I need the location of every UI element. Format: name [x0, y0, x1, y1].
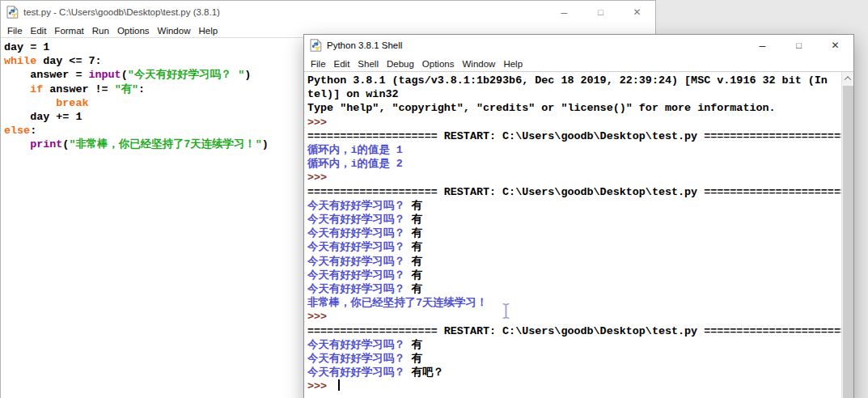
shell-line: 非常棒，你已经坚持了7天连续学习！: [307, 296, 841, 310]
menu-item-shell[interactable]: Shell: [354, 59, 383, 69]
shell-line: >>>: [307, 171, 841, 184]
menu-item-debug[interactable]: Debug: [383, 59, 418, 69]
close-button[interactable]: ✕: [619, 1, 655, 23]
scroll-up-button[interactable]: [842, 72, 853, 85]
menu-item-window[interactable]: Window: [154, 26, 195, 36]
shell-line: 今天有好好学习吗？ 有: [307, 227, 841, 240]
minimize-button[interactable]: –: [744, 35, 781, 56]
chevron-up-icon: [845, 76, 851, 83]
shell-line: ==================== RESTART: C:\Users\g…: [307, 324, 841, 338]
shell-line: ==================== RESTART: C:\Users\g…: [307, 129, 841, 143]
shell-line: >>>: [307, 310, 841, 324]
menu-item-help[interactable]: Help: [499, 59, 527, 69]
desktop-background: test.py - C:\Users\goodb\Desktop\test.py…: [0, 0, 868, 398]
shell-line: 今天有好好学习吗？ 有: [307, 338, 841, 352]
shell-line: 今天有好好学习吗？ 有吧？: [307, 366, 841, 379]
shell-line: tel)] on win32: [307, 87, 841, 101]
shell-line: 循环内，i的值是 1: [307, 143, 841, 157]
scrollbar-thumb[interactable]: [843, 86, 853, 398]
menu-item-format[interactable]: Format: [50, 26, 87, 36]
shell-line: >>>: [307, 379, 841, 393]
menu-item-options[interactable]: Options: [418, 59, 459, 69]
shell-line: 今天有好好学习吗？ 有: [307, 282, 841, 296]
idle-file-icon: [310, 39, 322, 52]
shell-window-title: Python 3.8.1 Shell: [327, 40, 402, 50]
menu-item-window[interactable]: Window: [458, 59, 499, 69]
minimize-button[interactable]: –: [546, 1, 582, 23]
menu-item-edit[interactable]: Edit: [330, 59, 354, 69]
shell-titlebar[interactable]: Python 3.8.1 Shell – □ ✕: [304, 35, 853, 56]
close-button[interactable]: ✕: [817, 35, 853, 56]
shell-line: Python 3.8.1 (tags/v3.8.1:1b293b6, Dec 1…: [307, 74, 841, 87]
menu-item-help[interactable]: Help: [194, 26, 222, 36]
shell-line: 今天有好好学习吗？ 有: [307, 255, 841, 269]
menu-item-options[interactable]: Options: [113, 26, 154, 36]
maximize-button[interactable]: □: [582, 1, 619, 23]
editor-window-title: test.py - C:\Users\goodb\Desktop\test.py…: [23, 7, 220, 17]
menu-item-file[interactable]: File: [3, 26, 27, 36]
mouse-cursor-ibeam: [499, 302, 513, 324]
shell-scrollbar[interactable]: [841, 72, 853, 398]
editor-titlebar[interactable]: test.py - C:\Users\goodb\Desktop\test.py…: [1, 1, 655, 23]
maximize-button[interactable]: □: [781, 35, 817, 56]
shell-line: 今天有好好学习吗？ 有: [307, 269, 841, 282]
shell-text-area[interactable]: Python 3.8.1 (tags/v3.8.1:1b293b6, Dec 1…: [304, 72, 853, 398]
shell-line: >>>: [307, 116, 841, 129]
shell-line: 今天有好好学习吗？ 有: [307, 213, 841, 227]
shell-line: 循环内，i的值是 2: [307, 157, 841, 171]
menu-item-file[interactable]: File: [307, 59, 330, 69]
shell-menubar: FileEditShellDebugOptionsWindowHelp: [304, 56, 853, 72]
idle-file-icon: [6, 6, 19, 19]
shell-line: 今天有好好学习吗？ 有: [307, 199, 841, 213]
shell-line: ==================== RESTART: C:\Users\g…: [307, 185, 841, 199]
text-caret: [338, 379, 340, 391]
shell-window: Python 3.8.1 Shell – □ ✕ FileEditShellDe…: [303, 34, 854, 398]
menu-item-run[interactable]: Run: [88, 26, 113, 36]
menu-item-edit[interactable]: Edit: [27, 26, 51, 36]
shell-line: 今天有好好学习吗？ 有: [307, 240, 841, 254]
shell-line: Type "help", "copyright", "credits" or "…: [307, 101, 841, 115]
shell-line: 今天有好好学习吗？ 有: [307, 352, 841, 366]
